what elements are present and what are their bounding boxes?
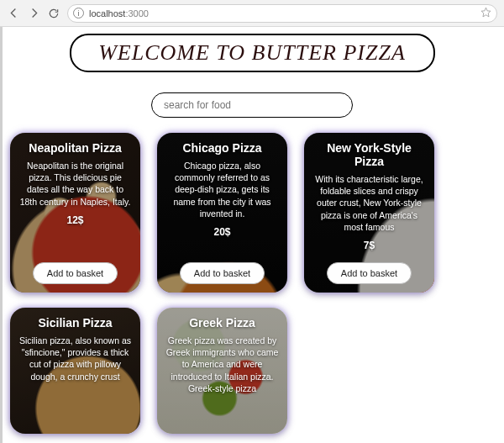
page-title: WELCOME TO BUTTER PIZZA: [70, 34, 435, 72]
address-bar[interactable]: i localhost:3000: [67, 4, 497, 23]
add-to-basket-button[interactable]: Add to basket: [33, 262, 118, 284]
add-to-basket-button[interactable]: Add to basket: [180, 262, 265, 284]
card-title: Neapolitan Pizza: [29, 141, 121, 155]
search-input[interactable]: [151, 92, 353, 118]
viewport-left-edge: [0, 27, 3, 443]
card-title: Greek Pizza: [189, 316, 255, 330]
card-title: Chicago Pizza: [182, 141, 261, 155]
card-description: Sicilian pizza, also known as "sfincione…: [17, 335, 134, 382]
svg-marker-0: [481, 8, 491, 17]
browser-chrome: i localhost:3000: [0, 0, 504, 27]
card-price: 12$: [66, 214, 83, 226]
card-description: Greek pizza was created by Greek immigra…: [164, 335, 281, 394]
pizza-card: Sicilian PizzaSicilian pizza, also known…: [10, 308, 140, 434]
page-body: WELCOME TO BUTTER PIZZA Neapolitan Pizza…: [0, 27, 504, 443]
card-description: Neapolitan is the original pizza. This d…: [17, 160, 134, 208]
pizza-card: New York-Style PizzaWith its characteris…: [304, 133, 434, 293]
card-title: New York-Style Pizza: [311, 141, 428, 168]
url-text: localhost:3000: [89, 8, 149, 18]
add-to-basket-button[interactable]: Add to basket: [327, 262, 412, 284]
card-price: 20$: [213, 226, 230, 238]
pizza-grid: Neapolitan PizzaNeapolitan is the origin…: [0, 133, 504, 434]
card-price: 7$: [364, 240, 375, 251]
reload-icon[interactable]: [47, 7, 60, 20]
pizza-card: Chicago PizzaChicago pizza, also commonl…: [157, 133, 287, 293]
back-icon[interactable]: [7, 7, 20, 20]
pizza-card: Neapolitan PizzaNeapolitan is the origin…: [10, 133, 140, 293]
pizza-card: Greek PizzaGreek pizza was created by Gr…: [157, 308, 287, 434]
bookmark-icon[interactable]: [480, 7, 491, 19]
card-description: With its characteristic large, foldable …: [311, 173, 428, 233]
card-description: Chicago pizza, also commonly referred to…: [164, 160, 281, 219]
forward-icon[interactable]: [27, 7, 40, 20]
site-info-icon[interactable]: i: [73, 8, 84, 18]
card-title: Sicilian Pizza: [39, 316, 113, 330]
